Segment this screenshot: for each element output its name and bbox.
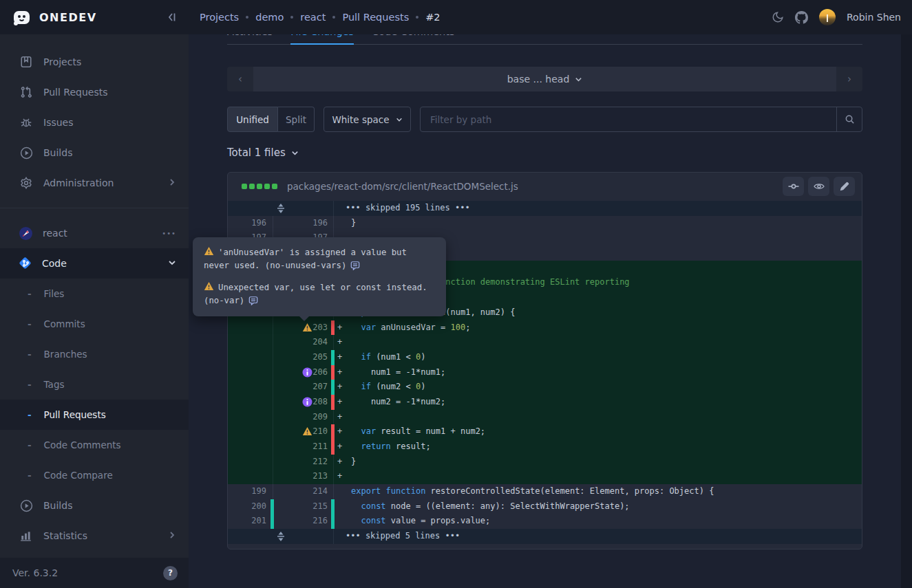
new-line-number[interactable]: 204 (273, 335, 334, 350)
sidebar-project-react[interactable]: react ••• (0, 218, 189, 248)
added-marker: + (337, 335, 342, 350)
breadcrumb-item[interactable]: react (300, 12, 326, 23)
sidebar-subitem-files[interactable]: -Files (0, 279, 189, 309)
sidebar-item-statistics[interactable]: Statistics (0, 521, 189, 551)
diff-skipped-row: ••• skipped 195 lines ••• (228, 201, 862, 216)
old-line-number[interactable] (228, 395, 273, 410)
info-icon[interactable] (302, 397, 312, 407)
new-line-number[interactable]: 211 (273, 439, 334, 455)
diff-row: 213+ (228, 469, 862, 484)
old-line-number[interactable] (228, 365, 273, 380)
old-line-number[interactable]: 196 (228, 216, 273, 231)
sidebar-item-pull-requests[interactable]: Pull Requests (0, 77, 189, 107)
vertical-scrollbar[interactable] (901, 34, 912, 588)
sidebar-subitem-commits[interactable]: -Commits (0, 309, 189, 339)
old-line-number[interactable] (228, 469, 273, 484)
new-line-number[interactable]: 215 (273, 499, 334, 514)
comment-bubble-icon (350, 261, 360, 270)
project-more-icon[interactable]: ••• (162, 230, 176, 237)
sidebar-subitem-code-compare[interactable]: -Code Compare (0, 460, 189, 490)
old-line-number[interactable] (228, 410, 273, 425)
search-icon[interactable] (836, 107, 862, 131)
total-files-toggle[interactable]: Total 1 files (227, 146, 299, 159)
tab-code-comments[interactable]: Code Comments (372, 34, 454, 44)
sidebar-item-projects[interactable]: Projects (0, 47, 189, 77)
new-line-number[interactable]: 209 (273, 410, 334, 425)
sidebar-item-issues[interactable]: Issues (0, 107, 189, 138)
main-content: ActivitiesFile ChangesCode Comments ‹ ba… (189, 34, 912, 588)
user-avatar[interactable] (819, 9, 836, 25)
code-line: const node = ((element: any): SelectWith… (334, 499, 862, 514)
breadcrumb-item[interactable]: demo (255, 12, 284, 23)
sidebar-subitem-label: Tags (44, 379, 65, 390)
warning-icon[interactable] (302, 426, 312, 437)
old-line-number[interactable] (228, 455, 273, 470)
play-icon (19, 146, 33, 160)
view-file-eye-icon[interactable] (808, 177, 829, 196)
code-diamond-icon (19, 257, 32, 270)
old-line-number[interactable] (228, 439, 273, 455)
old-line-number[interactable] (228, 424, 273, 439)
new-line-number[interactable]: 196 (273, 216, 334, 231)
new-line-number[interactable]: 214 (273, 484, 334, 499)
sidebar-item-label: Administration (43, 177, 168, 188)
new-line-number[interactable]: 205 (273, 350, 334, 365)
filter-by-path-input[interactable] (421, 107, 836, 131)
diff-row: 206+ num1 = -1*num1; (228, 365, 862, 380)
old-line-number[interactable]: 201 (228, 514, 273, 529)
unified-view-button[interactable]: Unified (227, 107, 278, 132)
old-line-number[interactable] (228, 380, 273, 395)
added-marker: + (337, 395, 342, 410)
tab-file-changes[interactable]: File Changes (290, 34, 354, 45)
next-commit-button[interactable]: › (836, 67, 862, 91)
expand-lines-icon[interactable] (228, 529, 334, 544)
expand-lines-icon[interactable] (228, 201, 334, 216)
whitespace-dropdown[interactable]: White space (324, 107, 411, 132)
sidebar-main-nav: ProjectsPull RequestsIssuesBuildsAdminis… (0, 47, 189, 198)
old-line-number[interactable] (228, 335, 273, 350)
added-marker: + (337, 320, 342, 336)
sidebar-item-label: Builds (43, 500, 176, 511)
sidebar-item-administration[interactable]: Administration (0, 168, 189, 198)
help-icon[interactable]: ? (163, 566, 178, 580)
tab-activities[interactable]: Activities (227, 34, 273, 44)
old-line-number[interactable] (228, 320, 273, 336)
breadcrumb-item[interactable]: Pull Requests (342, 12, 409, 23)
revision-range-selector[interactable]: base ... head (253, 67, 836, 91)
warning-icon[interactable] (302, 323, 312, 333)
edit-pencil-icon[interactable] (834, 177, 855, 196)
sidebar-subitem-label: Code Comments (44, 439, 121, 450)
code-line: + if (num1 < 0) (334, 350, 862, 365)
code-line: const value = props.value; (334, 514, 862, 529)
coverage-bar-teal (331, 350, 335, 365)
sidebar-item-builds[interactable]: Builds (0, 490, 189, 521)
new-line-number[interactable]: 213 (273, 469, 334, 484)
sidebar-item-code[interactable]: Code (0, 248, 189, 279)
diff-row: 209+ (228, 410, 862, 425)
code-line: export function restoreControlledState(e… (334, 484, 862, 499)
prev-commit-button[interactable]: ‹ (227, 67, 253, 91)
new-line-number[interactable]: 216 (273, 514, 334, 529)
coverage-bar-red (331, 424, 335, 439)
info-icon[interactable] (302, 367, 312, 378)
eslint-warning: 'anUnusedVar' is assigned a value but ne… (204, 246, 435, 272)
sidebar-subitem-branches[interactable]: -Branches (0, 339, 189, 369)
old-line-number[interactable]: 200 (228, 499, 273, 514)
github-icon[interactable] (795, 11, 808, 24)
dark-mode-moon-icon[interactable] (772, 11, 784, 23)
sidebar-item-builds[interactable]: Builds (0, 138, 189, 168)
commit-option-icon[interactable] (783, 177, 804, 196)
sidebar-subitem-pull-requests[interactable]: -Pull Requests (0, 400, 189, 430)
new-line-number[interactable]: 207 (273, 380, 334, 395)
new-line-number[interactable]: 212 (273, 455, 334, 470)
sidebar-subitem-code-comments[interactable]: -Code Comments (0, 430, 189, 460)
old-line-number[interactable] (228, 350, 273, 365)
old-line-number[interactable]: 199 (228, 484, 273, 499)
breadcrumb-item[interactable]: Projects (200, 12, 239, 23)
split-view-button[interactable]: Split (278, 107, 315, 132)
user-name[interactable]: Robin Shen (847, 12, 901, 23)
sidebar-subitem-tags[interactable]: -Tags (0, 369, 189, 400)
sidebar-collapse-icon[interactable] (167, 12, 178, 23)
breadcrumb-item[interactable]: #2 (425, 12, 440, 23)
coverage-bar-old-teal (271, 499, 274, 514)
